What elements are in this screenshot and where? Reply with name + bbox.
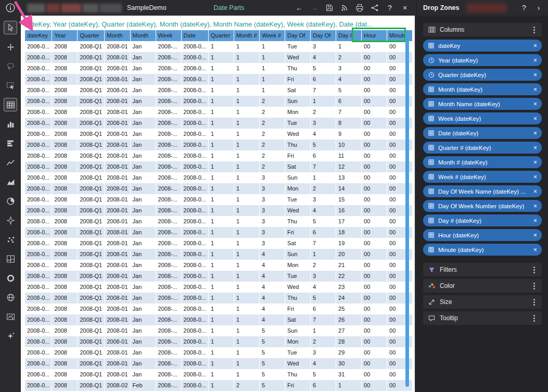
lasso-tool-icon[interactable] — [4, 59, 17, 73]
treemap-chart-icon[interactable] — [4, 252, 17, 265]
column-header[interactable]: Quarter — [78, 30, 105, 41]
area-chart-icon[interactable] — [4, 175, 17, 188]
column-header[interactable]: Day # — [336, 30, 362, 41]
remove-icon[interactable]: × — [533, 145, 537, 151]
column-pill[interactable]: Quarter # (dateKey)× — [423, 142, 542, 154]
kebab-menu-icon[interactable] — [531, 267, 537, 273]
remove-icon[interactable]: × — [533, 174, 537, 180]
info-icon[interactable] — [0, 3, 21, 12]
remove-icon[interactable]: × — [533, 116, 537, 122]
remove-icon[interactable]: × — [533, 57, 537, 64]
image-export-icon[interactable] — [4, 310, 17, 323]
dropzone-tooltip[interactable]: Tooltip — [423, 311, 542, 325]
column-header[interactable]: Year — [52, 30, 78, 41]
remove-icon[interactable]: × — [533, 43, 537, 49]
column-header[interactable]: Hour — [362, 30, 387, 41]
column-header[interactable]: Week # — [260, 30, 285, 41]
table-cell: 1 — [209, 161, 234, 172]
column-pill[interactable]: Year (dateKey)× — [423, 54, 542, 66]
remove-icon[interactable]: × — [533, 203, 537, 209]
grid-field-icon — [428, 116, 435, 121]
ai-assist-icon[interactable] — [4, 329, 17, 343]
table-cell: 1 — [234, 249, 260, 260]
dropzone-size[interactable]: Size — [423, 295, 542, 309]
remove-icon[interactable]: × — [533, 101, 537, 107]
table-cell: 2008-01 — [105, 172, 130, 183]
doughnut-chart-icon[interactable] — [4, 271, 17, 285]
dropzone-color[interactable]: Color — [423, 279, 542, 293]
vertical-scrollbar[interactable] — [405, 30, 409, 387]
column-pill[interactable]: Month (dateKey)× — [423, 83, 542, 95]
bar-chart-icon[interactable] — [4, 136, 17, 150]
remove-icon[interactable]: × — [533, 188, 537, 195]
table-cell: 28 — [336, 336, 362, 347]
column-pill[interactable]: Month Name (dateKey)× — [423, 98, 542, 110]
table-cell: 2008 — [52, 205, 78, 216]
table-cell: 2008 — [52, 347, 78, 358]
pointer-tool-icon[interactable] — [4, 21, 17, 34]
forward-icon[interactable]: → — [310, 3, 318, 12]
column-header[interactable]: Quarter — [209, 30, 234, 41]
column-pill[interactable]: Date (dateKey)× — [423, 127, 542, 139]
close-icon[interactable]: × — [401, 3, 409, 12]
marquee-tool-icon[interactable] — [4, 79, 17, 92]
line-chart-icon[interactable] — [4, 156, 17, 169]
column-pill[interactable]: Day Of Week Number (dateKey)× — [423, 200, 542, 212]
table-cell: 2008-Q1 — [78, 194, 105, 205]
column-pill[interactable]: Month # (dateKey)× — [423, 156, 542, 168]
share-icon[interactable] — [371, 3, 379, 12]
column-pill[interactable]: Week # (dateKey)× — [423, 171, 542, 183]
remove-icon[interactable]: × — [533, 86, 537, 93]
kebab-menu-icon[interactable] — [531, 283, 537, 289]
kebab-menu-icon[interactable] — [531, 315, 537, 322]
radial-chart-icon[interactable] — [4, 213, 17, 227]
kebab-menu-icon[interactable] — [531, 27, 537, 33]
print-icon[interactable] — [355, 3, 364, 12]
save-icon[interactable] — [325, 3, 334, 12]
move-tool-icon[interactable] — [4, 40, 17, 54]
table-cell: 1 — [209, 216, 234, 227]
column-header[interactable]: Day Of — [311, 30, 336, 41]
column-pill[interactable]: Quarter (dateKey)× — [423, 69, 542, 81]
columns-section-header[interactable]: Columns — [423, 23, 542, 36]
table-cell: 2008-0... — [25, 52, 52, 63]
column-chart-icon[interactable] — [4, 117, 17, 131]
help-icon[interactable]: ? — [520, 3, 528, 12]
column-header[interactable]: Week — [156, 30, 181, 41]
view-title[interactable]: Date Parts — [213, 4, 244, 11]
column-pill[interactable]: Day Of Week Name (dateKey) ...× — [423, 185, 542, 197]
table-cell: 2008-Q1 — [78, 118, 105, 129]
column-header[interactable]: Month — [130, 30, 156, 41]
table-cell: 3 — [260, 216, 285, 227]
kebab-menu-icon[interactable] — [531, 299, 537, 306]
map-chart-icon[interactable] — [4, 290, 17, 304]
table-cell: 1 — [234, 314, 260, 325]
help-icon[interactable]: ? — [386, 3, 394, 12]
dropzone-filters[interactable]: Filters — [423, 263, 542, 276]
remove-icon[interactable]: × — [533, 72, 537, 78]
column-header[interactable]: Month # — [234, 30, 260, 41]
table-cell: 2008-0... — [181, 282, 208, 293]
table-cell: Thu — [285, 293, 311, 304]
broadcast-icon[interactable] — [340, 3, 349, 12]
remove-icon[interactable]: × — [533, 159, 537, 166]
table-cell: 2008-01 — [105, 107, 130, 118]
remove-icon[interactable]: × — [533, 247, 537, 253]
column-pill[interactable]: Hour (dateKey)× — [423, 229, 542, 241]
pie-chart-icon[interactable] — [4, 194, 17, 208]
column-pill[interactable]: Day # (dateKey)× — [423, 214, 542, 226]
remove-icon[interactable]: × — [533, 130, 537, 136]
column-pill[interactable]: Week (dateKey)× — [423, 112, 542, 124]
scatter-chart-icon[interactable] — [4, 233, 17, 246]
remove-icon[interactable]: × — [533, 218, 537, 224]
column-header[interactable]: Date — [181, 30, 208, 41]
column-pill[interactable]: Minute (dateKey)× — [423, 244, 542, 256]
back-icon[interactable]: ← — [295, 3, 303, 12]
column-header[interactable]: Day Of — [285, 30, 311, 41]
grid-visualization-icon[interactable] — [4, 98, 17, 111]
column-header[interactable]: dateKey — [25, 30, 52, 41]
column-pill[interactable]: dateKey× — [423, 40, 542, 52]
remove-icon[interactable]: × — [533, 232, 537, 238]
column-header[interactable]: Month — [105, 30, 130, 41]
chevron-right-icon[interactable]: › — [534, 3, 543, 12]
